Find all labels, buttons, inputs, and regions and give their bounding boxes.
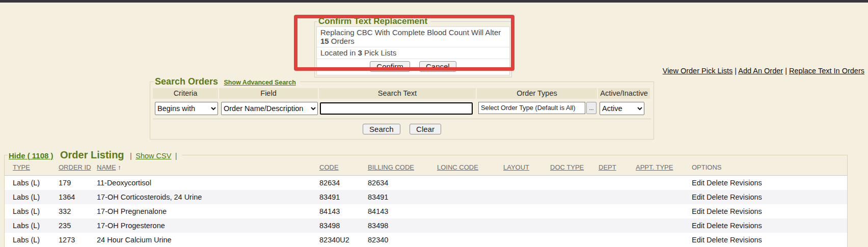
dialog-button-row: Confirm Cancel [317, 59, 509, 75]
table-cell: 17-OH Pregnenalone [97, 204, 319, 218]
separator: | [733, 67, 738, 75]
order-types-header: Order Types [477, 88, 598, 99]
table-cell [503, 233, 550, 247]
dialog-message-line2: Located in 3 Pick Lists [317, 47, 509, 59]
column-header-code[interactable]: CODE [319, 163, 339, 171]
field-select[interactable]: Order Name/Description [221, 102, 318, 115]
criteria-select[interactable]: Begins with [155, 102, 218, 115]
delete-link[interactable]: Delete [707, 207, 728, 215]
search-form-grid: Criteria Field Search Text Order Types A… [153, 88, 651, 116]
column-header-name[interactable]: NAME [97, 163, 116, 171]
edit-link[interactable]: Edit [692, 236, 704, 244]
column-header-loinc-code[interactable]: LOINC CODE [437, 163, 478, 171]
active-inactive-header: Active/Inactive [598, 88, 650, 99]
column-header-cell: ORDER ID [59, 161, 97, 176]
search-text-header: Search Text [319, 88, 477, 99]
edit-link[interactable]: Edit [692, 207, 704, 215]
table-cell: 82340U2 [319, 233, 368, 247]
table-cell [550, 190, 599, 204]
confirm-button[interactable]: Confirm [370, 61, 410, 72]
table-cell: Labs (L) [5, 204, 59, 218]
table-cell [503, 204, 550, 218]
delete-link[interactable]: Delete [707, 179, 728, 187]
column-header-cell: APPT. TYPE [636, 161, 692, 176]
top-links: View Order Pick Lists | Add An Order | R… [663, 67, 864, 75]
column-header-layout[interactable]: LAYOUT [503, 163, 529, 171]
confirm-dialog-title: Confirm Text Replacement [317, 16, 430, 26]
table-cell: 1273 [59, 233, 97, 247]
order-type-browse-button[interactable]: ... [586, 102, 596, 114]
delete-link[interactable]: Delete [707, 193, 728, 201]
hide-count-link[interactable]: Hide ( 1108 ) [9, 151, 53, 160]
row-options-cell: Edit Delete Revisions [692, 204, 847, 218]
column-header-doc-type[interactable]: DOC TYPE [550, 163, 584, 171]
search-orders-title: Search Orders [155, 76, 218, 87]
table-cell: 82340 [368, 233, 437, 247]
table-cell: 83498 [319, 218, 368, 233]
revisions-link[interactable]: Revisions [730, 207, 762, 215]
table-cell [437, 218, 503, 233]
column-header-type[interactable]: TYPE [13, 163, 30, 171]
add-an-order-link[interactable]: Add An Order [738, 67, 783, 75]
clear-button[interactable]: Clear [410, 124, 441, 134]
column-header-billing-code[interactable]: BILLING CODE [368, 163, 414, 171]
table-cell: Labs (L) [5, 218, 59, 233]
table-cell [550, 204, 599, 218]
revisions-link[interactable]: Revisions [730, 222, 762, 230]
table-cell: 332 [59, 204, 97, 218]
sort-ascending-icon: ↑ [116, 163, 121, 171]
search-button-row: Search Clear [153, 119, 651, 134]
table-cell [550, 233, 599, 247]
search-text-input[interactable] [320, 102, 473, 115]
table-cell [636, 176, 692, 190]
column-header-cell: LAYOUT [503, 161, 550, 176]
revisions-link[interactable]: Revisions [730, 236, 762, 244]
replace-text-in-orders-link[interactable]: Replace Text In Orders [789, 67, 864, 75]
column-header-order-id[interactable]: ORDER ID [59, 163, 91, 171]
table-cell: 83498 [368, 218, 437, 233]
table-cell: Labs (L) [5, 233, 59, 247]
view-order-pick-lists-link[interactable]: View Order Pick Lists [663, 67, 733, 75]
show-advanced-search-link[interactable]: Show Advanced Search [224, 79, 296, 86]
cancel-button[interactable]: Cancel [419, 61, 456, 72]
table-cell [503, 218, 550, 233]
active-inactive-cell: Active [598, 99, 650, 116]
edit-link[interactable]: Edit [692, 222, 704, 230]
delete-link[interactable]: Delete [707, 222, 728, 230]
table-cell [550, 176, 599, 190]
table-cell [503, 190, 550, 204]
column-header-dept[interactable]: DEPT [599, 163, 616, 171]
column-header-appt-type[interactable]: APPT. TYPE [636, 163, 673, 171]
line2-count: 3 [358, 48, 362, 57]
table-row: Labs (L)23517-OH Progesterone8349883498E… [5, 218, 847, 233]
search-button[interactable]: Search [363, 124, 400, 134]
table-cell: 84143 [319, 204, 368, 218]
field-cell: Order Name/Description [219, 99, 319, 116]
revisions-link[interactable]: Revisions [730, 193, 762, 201]
table-cell: Labs (L) [5, 176, 59, 190]
active-inactive-select[interactable]: Active [600, 102, 644, 115]
table-cell [437, 233, 503, 247]
row-options-cell: Edit Delete Revisions [692, 176, 847, 190]
column-header-cell: CODE [319, 161, 368, 176]
table-cell [599, 218, 636, 233]
table-cell [599, 233, 636, 247]
edit-link[interactable]: Edit [692, 179, 704, 187]
confirm-dialog-body: Replacing CBC With Complete Blood Count … [316, 26, 510, 75]
table-cell: 83491 [368, 190, 437, 204]
revisions-link[interactable]: Revisions [730, 179, 762, 187]
order-type-value[interactable]: Select Order Type (Default is All) [478, 102, 585, 114]
separator: | [175, 152, 177, 160]
separator: | [130, 152, 132, 160]
table-cell [636, 190, 692, 204]
delete-link[interactable]: Delete [707, 236, 728, 244]
table-cell: 17-OH Corticosteroids, 24 Urine [97, 190, 319, 204]
table-row: Labs (L)17911-Deoxycortisol8263482634Edi… [5, 176, 847, 190]
show-csv-link[interactable]: Show CSV [135, 152, 171, 160]
edit-link[interactable]: Edit [692, 193, 704, 201]
table-cell: 83491 [319, 190, 368, 204]
table-cell: 17-OH Progesterone [97, 218, 319, 233]
table-cell: 11-Deoxycortisol [97, 176, 319, 190]
table-cell [599, 204, 636, 218]
table-row: Labs (L)127324 Hour Calcium Urine82340U2… [5, 233, 847, 247]
